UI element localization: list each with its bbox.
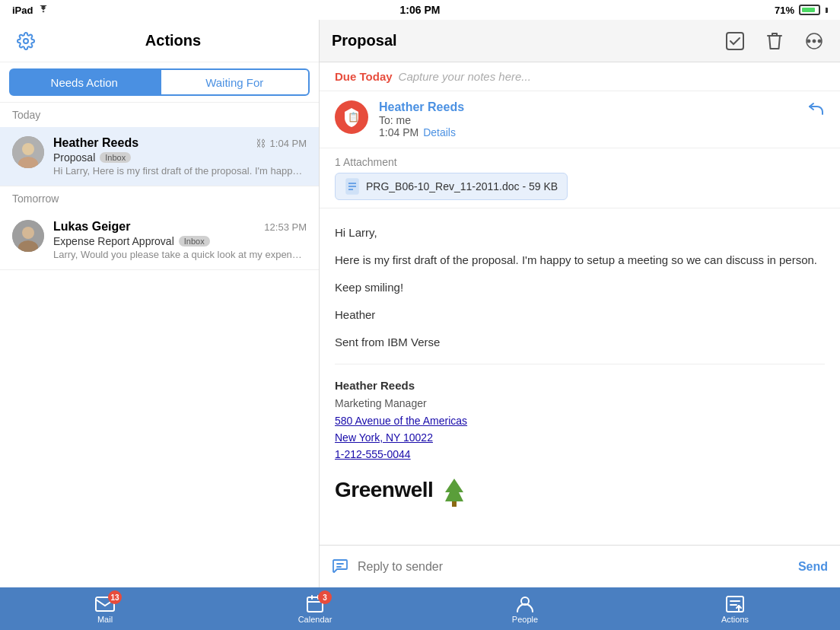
- sig-title: Marketing Manager: [335, 395, 825, 412]
- mail-sender-heather: Heather Reeds: [53, 136, 138, 150]
- device-label: iPad: [12, 5, 33, 16]
- right-header-actions: [721, 27, 828, 55]
- avatar-heather-reeds: [12, 136, 44, 168]
- sender-row: 📋 Heather Reeds To: me 1:04 PM Details: [320, 91, 840, 148]
- sig-address-link[interactable]: 580 Avenue of the Americas: [335, 412, 825, 429]
- sig-city-link[interactable]: New York, NY 10022: [335, 429, 825, 446]
- mail-preview-heather: Hi Larry, Here is my first draft of the …: [53, 165, 307, 177]
- svg-rect-7: [727, 33, 743, 49]
- mail-subject-lukas: Expense Report Approval: [53, 235, 174, 247]
- left-panel-title: Actions: [40, 32, 307, 49]
- tab-bar: Needs Action Waiting For: [0, 62, 319, 103]
- nav-label-actions: Actions: [721, 615, 749, 624]
- nav-item-actions[interactable]: Actions: [630, 587, 840, 630]
- due-today-label: Due Today: [335, 70, 393, 83]
- bottom-nav: 13 Mail 3 Calendar People: [0, 587, 840, 630]
- left-panel: Actions Needs Action Waiting For Today: [0, 20, 320, 587]
- mail-list: Today Heather Reeds ⛓ 1:04 PM: [0, 103, 319, 587]
- mark-done-button[interactable]: [721, 27, 749, 55]
- nav-item-people[interactable]: People: [420, 587, 630, 630]
- nav-item-mail[interactable]: 13 Mail: [0, 587, 210, 630]
- greenwell-text: Greenwell: [335, 473, 433, 508]
- mail-item-lukas-content: Lukas Geiger 12:53 PM Expense Report App…: [53, 220, 307, 260]
- tab-needs-action[interactable]: Needs Action: [9, 68, 160, 96]
- mail-item-heather-content: Heather Reeds ⛓ 1:04 PM Proposal Inbox H…: [53, 136, 307, 177]
- more-button[interactable]: [800, 27, 828, 55]
- mail-preview-lukas: Larry, Would you please take a quick loo…: [53, 249, 307, 260]
- email-greeting: Hi Larry,: [335, 224, 825, 242]
- reply-input[interactable]: [358, 560, 798, 574]
- tab-waiting-for[interactable]: Waiting For: [160, 68, 310, 96]
- section-tomorrow: Tomorrow: [0, 186, 319, 211]
- right-header: Proposal: [320, 20, 840, 62]
- mail-item-heather-reeds[interactable]: Heather Reeds ⛓ 1:04 PM Proposal Inbox H…: [0, 127, 319, 186]
- badge-inbox-lukas: Inbox: [179, 236, 210, 247]
- battery-percent: 71%: [775, 5, 794, 16]
- svg-text:📋: 📋: [348, 111, 359, 123]
- email-paragraph1: Here is my first draft of the proposal. …: [335, 251, 825, 269]
- status-bar-left: iPad: [12, 5, 49, 16]
- email-body: Due Today Capture your notes here... 📋 H…: [320, 62, 840, 545]
- sender-time: 1:04 PM: [379, 126, 418, 138]
- email-sent-from: Sent from IBM Verse: [335, 333, 825, 352]
- nav-badge-mail: 13: [108, 590, 122, 604]
- due-today-bar: Due Today Capture your notes here...: [320, 62, 840, 91]
- battery-nub: [826, 8, 828, 13]
- nav-label-calendar: Calendar: [298, 615, 332, 624]
- right-panel: Proposal: [320, 20, 840, 587]
- tree-icon: [441, 473, 468, 509]
- attachment-icon: ⛓: [256, 138, 266, 149]
- sig-phone-link[interactable]: 1-212-555-0044: [335, 446, 825, 463]
- avatar-lukas-geiger: [12, 220, 44, 252]
- svg-point-2: [22, 143, 34, 155]
- badge-inbox-heather: Inbox: [100, 152, 131, 163]
- status-bar: iPad 1:06 PM 71%: [0, 0, 840, 20]
- status-bar-time: 1:06 PM: [400, 4, 441, 16]
- send-button[interactable]: Send: [798, 560, 828, 574]
- delete-button[interactable]: [761, 27, 788, 55]
- attachment-row: 1 Attachment PRG_B06-10_Rev_11-2011.doc …: [320, 148, 840, 208]
- sender-details-link[interactable]: Details: [423, 126, 456, 138]
- mail-sender-lukas: Lukas Geiger: [53, 220, 130, 234]
- left-header: Actions: [0, 20, 319, 62]
- attachment-count: 1 Attachment: [335, 156, 825, 168]
- due-today-note[interactable]: Capture your notes here...: [399, 70, 531, 83]
- greenwell-logo: Greenwell: [335, 473, 825, 509]
- wifi-icon: [37, 5, 49, 14]
- attachment-chip[interactable]: PRG_B06-10_Rev_11-2011.doc - 59 KB: [335, 173, 568, 200]
- people-nav-icon: [514, 593, 536, 613]
- sender-info: Heather Reeds To: me 1:04 PM Details: [379, 100, 807, 138]
- mail-subject-heather: Proposal: [53, 151, 95, 164]
- reply-icon[interactable]: [807, 100, 825, 119]
- email-text: Hi Larry, Here is my first draft of the …: [320, 208, 840, 524]
- nav-badge-calendar: 3: [318, 590, 332, 604]
- nav-label-mail: Mail: [97, 615, 113, 624]
- sender-to: To: me: [379, 114, 411, 126]
- email-closing: Keep smiling!: [335, 278, 825, 297]
- email-subject-title: Proposal: [332, 32, 721, 49]
- compose-icon: [332, 558, 348, 576]
- mail-time-heather: 1:04 PM: [270, 138, 307, 149]
- sender-avatar: 📋: [335, 100, 368, 134]
- email-sign-name: Heather: [335, 306, 825, 324]
- sender-name[interactable]: Heather Reeds: [379, 100, 807, 114]
- svg-point-0: [24, 39, 28, 43]
- nav-label-people: People: [512, 615, 538, 624]
- section-today: Today: [0, 103, 319, 127]
- attachment-doc-icon: [345, 178, 360, 195]
- status-bar-right: 71%: [775, 5, 828, 16]
- battery-icon: [799, 5, 820, 15]
- svg-marker-20: [445, 479, 463, 501]
- svg-rect-21: [452, 501, 457, 507]
- mail-time-lukas: 12:53 PM: [264, 221, 307, 233]
- nav-item-calendar[interactable]: 3 Calendar: [210, 587, 420, 630]
- svg-point-5: [22, 227, 34, 239]
- main-content: Actions Needs Action Waiting For Today: [0, 20, 840, 587]
- email-signature: Heather Reeds Marketing Manager 580 Aven…: [335, 364, 825, 509]
- mail-item-lukas-geiger[interactable]: Lukas Geiger 12:53 PM Expense Report App…: [0, 211, 319, 270]
- settings-button[interactable]: [12, 27, 40, 55]
- sig-name: Heather Reeds: [335, 377, 825, 395]
- actions-nav-icon: [725, 593, 745, 613]
- reply-bar: Send: [320, 545, 840, 587]
- attachment-name: PRG_B06-10_Rev_11-2011.doc - 59 KB: [366, 180, 558, 192]
